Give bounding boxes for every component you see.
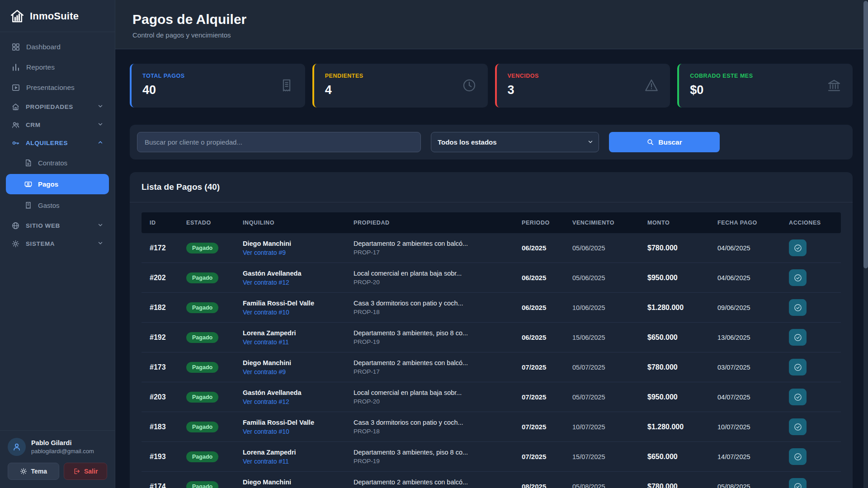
payment-amount: $1.280.000 xyxy=(646,423,716,431)
mark-paid-button[interactable] xyxy=(789,269,807,286)
sidebar-item-presentaciones[interactable]: Presentaciones xyxy=(6,77,109,98)
payment-paid-date: 04/06/2025 xyxy=(716,244,787,252)
table-row: #203 Pagado Gastón Avellaneda Ver contra… xyxy=(142,382,841,412)
column-header: ACCIONES xyxy=(787,220,841,226)
payment-period: 06/2025 xyxy=(520,333,571,341)
theme-button[interactable]: Tema xyxy=(8,463,59,480)
mark-paid-button[interactable] xyxy=(789,299,807,316)
sidebar-section-sitio-web[interactable]: SITIO WEB xyxy=(6,216,109,235)
contract-link[interactable]: Ver contrato #12 xyxy=(243,398,352,405)
payment-amount: $780.000 xyxy=(646,244,716,252)
bank-icon xyxy=(826,78,842,95)
theme-button-label: Tema xyxy=(31,468,47,475)
contract-link[interactable]: Ver contrato #9 xyxy=(243,249,352,256)
payment-paid-date: 10/07/2025 xyxy=(716,423,787,431)
payment-tenant-cell: Lorena Zampedri Ver contrato #11 xyxy=(241,449,352,465)
sidebar-item-label: Presentaciones xyxy=(26,84,75,92)
sidebar-item-gastos[interactable]: Gastos xyxy=(6,195,109,216)
payments-card: Lista de Pagos (40) ID ESTADO INQUILINO … xyxy=(130,172,853,488)
table-row: #173 Pagado Diego Manchini Ver contrato … xyxy=(142,352,841,382)
scrollbar-thumb[interactable] xyxy=(863,1,868,268)
sidebar-item-label: Gastos xyxy=(38,202,60,209)
payment-amount: $650.000 xyxy=(646,333,716,342)
stat-label: PENDIENTES xyxy=(325,73,477,79)
search-panel: Todos los estados Buscar xyxy=(130,125,853,160)
property-code: PROP-20 xyxy=(354,398,520,405)
sidebar-section-label: PROPIEDADES xyxy=(26,103,73,110)
logout-button[interactable]: Salir xyxy=(64,463,107,480)
status-badge: Pagado xyxy=(186,451,218,462)
stat-label: COBRADO ESTE MES xyxy=(690,73,842,79)
status-badge: Pagado xyxy=(186,272,218,283)
check-circle-icon xyxy=(793,482,802,488)
mark-paid-button[interactable] xyxy=(789,359,807,375)
search-button[interactable]: Buscar xyxy=(609,132,720,152)
sidebar-item-contratos[interactable]: Contratos xyxy=(6,153,109,173)
user-panel: Pablo Gilardi pablogilardi@gmail.com Tem… xyxy=(0,430,115,488)
payment-period: 08/2025 xyxy=(520,483,571,488)
contract-link[interactable]: Ver contrato #10 xyxy=(243,309,352,316)
payment-amount: $950.000 xyxy=(646,274,716,282)
status-badge: Pagado xyxy=(186,243,218,253)
contract-link[interactable]: Ver contrato #10 xyxy=(243,428,352,435)
payment-due-date: 05/07/2025 xyxy=(571,364,646,371)
payment-due-date: 05/07/2025 xyxy=(571,394,646,401)
payment-due-date: 05/06/2025 xyxy=(571,244,646,252)
payment-amount: $1.280.000 xyxy=(646,304,716,312)
sidebar-section-alquileres[interactable]: ALQUILERES xyxy=(6,134,109,152)
payment-paid-date: 03/07/2025 xyxy=(716,364,787,371)
search-icon xyxy=(646,138,654,146)
contract-link[interactable]: Ver contrato #11 xyxy=(243,338,352,346)
vertical-scrollbar[interactable] xyxy=(863,0,868,488)
tenant-name: Diego Manchini xyxy=(243,359,352,366)
payment-due-date: 15/06/2025 xyxy=(571,334,646,341)
mark-paid-button[interactable] xyxy=(789,329,807,346)
tenant-name: Gastón Avellaneda xyxy=(243,389,352,396)
contract-link[interactable]: Ver contrato #9 xyxy=(243,368,352,375)
tenant-name: Gastón Avellaneda xyxy=(243,270,352,277)
payment-paid-date: 04/06/2025 xyxy=(716,274,787,282)
payment-amount: $650.000 xyxy=(646,453,716,461)
sidebar-section-label: SITIO WEB xyxy=(26,222,60,229)
payment-paid-date: 14/07/2025 xyxy=(716,453,787,460)
status-badge: Pagado xyxy=(186,302,218,313)
table-row: #202 Pagado Gastón Avellaneda Ver contra… xyxy=(142,263,841,293)
sidebar-section-crm[interactable]: CRM xyxy=(6,116,109,134)
payment-paid-date: 04/07/2025 xyxy=(716,394,787,401)
payment-paid-date: 13/06/2025 xyxy=(716,334,787,341)
sidebar-item-label: Reportes xyxy=(26,63,55,71)
sidebar-section-sistema[interactable]: SISTEMA xyxy=(6,235,109,253)
property-title: Departamento 2 ambientes con balcó... xyxy=(354,240,520,247)
mark-paid-button[interactable] xyxy=(789,478,807,488)
sidebar-section-propiedades[interactable]: PROPIEDADES xyxy=(6,98,109,116)
inmosuite-logo-icon xyxy=(9,8,25,24)
check-circle-icon xyxy=(793,244,802,253)
payment-status-cell: Pagado xyxy=(184,451,241,462)
column-header: PERIODO xyxy=(520,220,571,226)
mark-paid-button[interactable] xyxy=(789,418,807,435)
mark-paid-button[interactable] xyxy=(789,448,807,465)
mark-paid-button[interactable] xyxy=(789,239,807,256)
sidebar-item-reportes[interactable]: Reportes xyxy=(6,57,109,77)
table-row: #172 Pagado Diego Manchini Ver contrato … xyxy=(142,233,841,263)
sidebar-item-dashboard[interactable]: Dashboard xyxy=(6,37,109,57)
column-header: PROPIEDAD xyxy=(352,220,520,226)
search-input[interactable] xyxy=(137,132,421,152)
column-header: VENCIMIENTO xyxy=(571,220,646,226)
contract-link[interactable]: Ver contrato #11 xyxy=(243,458,352,465)
mark-paid-button[interactable] xyxy=(789,389,807,405)
payment-tenant-cell: Lorena Zampedri Ver contrato #11 xyxy=(241,329,352,346)
payment-id: #173 xyxy=(142,363,184,371)
property-code: PROP-19 xyxy=(354,458,520,465)
status-filter-select[interactable]: Todos los estados xyxy=(431,132,599,152)
sidebar-item-pagos[interactable]: Pagos xyxy=(6,174,109,194)
contract-link[interactable]: Ver contrato #12 xyxy=(243,279,352,286)
payment-actions-cell xyxy=(787,448,841,465)
bar-chart-icon xyxy=(11,63,20,72)
table-row: #183 Pagado Familia Rossi-Del Valle Ver … xyxy=(142,412,841,442)
payment-status-cell: Pagado xyxy=(184,272,241,283)
payment-property-cell: Departamento 3 ambientes, piso 8 co... P… xyxy=(352,329,520,345)
table-row: #174 Pagado Diego Manchini Ver contrato … xyxy=(142,472,841,488)
brand-name: InmoSuite xyxy=(30,10,79,22)
property-code: PROP-19 xyxy=(354,338,520,345)
